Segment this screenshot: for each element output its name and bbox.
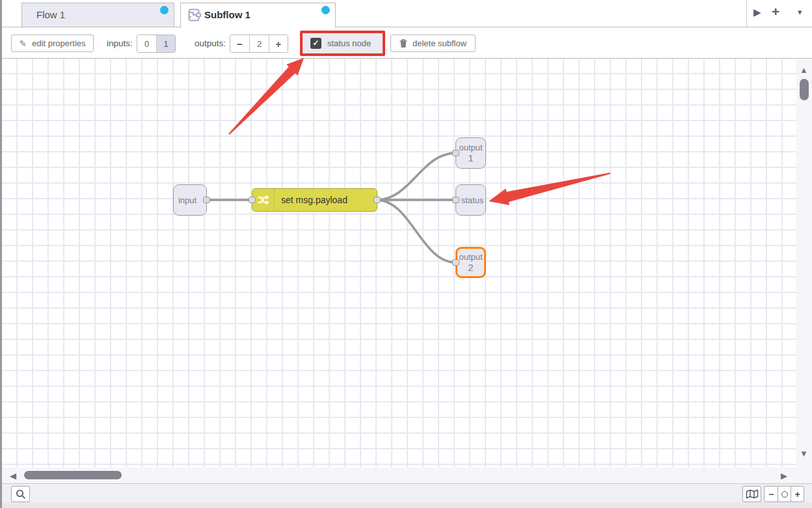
horizontal-scrollbar[interactable]: ◀ ▶ xyxy=(2,468,796,483)
outputs-value: 2 xyxy=(249,35,269,52)
scroll-right-icon[interactable]: ▶ xyxy=(781,472,787,480)
edit-properties-label: edit properties xyxy=(32,38,85,48)
subflow-output-1-node[interactable]: output 1 xyxy=(455,137,486,169)
change-node-input-port[interactable] xyxy=(249,197,256,203)
trash-icon xyxy=(399,39,407,48)
tab-subflow-1-modified-dot xyxy=(321,6,330,14)
add-flow-icon[interactable]: + xyxy=(772,4,779,20)
subflow-output-2-label: output xyxy=(459,252,482,262)
output-2-input-port[interactable] xyxy=(452,259,459,266)
wire-change-to-output2[interactable] xyxy=(377,200,455,262)
edit-properties-button[interactable]: ✎ edit properties xyxy=(11,35,94,52)
wires-layer xyxy=(2,59,796,468)
search-icon xyxy=(16,489,26,500)
tab-flow-1-modified-dot xyxy=(160,6,169,14)
checkbox-checked-icon: ✓ xyxy=(310,38,321,49)
inputs-toggle: 0 1 xyxy=(137,35,176,53)
tab-subflow-1[interactable]: Subflow 1 xyxy=(180,3,336,27)
tab-flow-1[interactable]: Flow 1 xyxy=(21,3,174,27)
node-red-editor: Flow 1 Subflow 1 ▶ + ▾ ✎ edit properties… xyxy=(0,0,812,508)
zoom-controls: − + xyxy=(764,486,804,502)
change-node-output-port[interactable] xyxy=(373,197,381,203)
next-tab-icon[interactable]: ▶ xyxy=(753,7,761,18)
input-node-output-port[interactable] xyxy=(203,197,210,203)
subflow-output-2-number: 2 xyxy=(468,262,473,273)
tab-flow-1-label: Flow 1 xyxy=(36,3,65,26)
output-1-input-port[interactable] xyxy=(452,150,459,156)
vertical-scrollbar[interactable]: ▲ ▼ xyxy=(796,59,812,483)
subflow-input-node[interactable]: input xyxy=(173,184,207,216)
search-button[interactable] xyxy=(11,486,30,502)
flow-list-chevron-icon[interactable]: ▾ xyxy=(798,7,802,17)
horizontal-scrollbar-thumb[interactable] xyxy=(24,471,122,479)
outputs-label: outputs: xyxy=(195,35,226,52)
change-node[interactable]: set msg.payload xyxy=(252,188,377,212)
flow-canvas[interactable]: input set msg.payload output 1 status xyxy=(2,59,796,468)
subflow-toolbar: ✎ edit properties inputs: 0 1 outputs: −… xyxy=(2,27,812,59)
status-node-toggle-button[interactable]: ✓ status node xyxy=(303,33,383,53)
subflow-icon xyxy=(188,8,202,23)
subflow-status-node[interactable]: status xyxy=(455,184,486,216)
outputs-increase-icon[interactable]: + xyxy=(269,35,288,52)
inputs-option-0[interactable]: 0 xyxy=(137,35,156,52)
outputs-decrease-icon[interactable]: − xyxy=(230,35,249,52)
tab-subflow-1-label: Subflow 1 xyxy=(204,3,250,26)
flow-tab-bar: Flow 1 Subflow 1 ▶ + ▾ xyxy=(2,0,812,27)
tab-bar-separator xyxy=(746,0,747,27)
annotation-highlight-box: ✓ status node xyxy=(300,31,385,56)
zoom-in-icon[interactable]: + xyxy=(791,487,804,501)
subflow-output-1-label: output xyxy=(459,143,482,152)
status-node-input-port[interactable] xyxy=(452,197,459,203)
navigator-button[interactable] xyxy=(742,486,761,502)
inputs-label: inputs: xyxy=(107,35,133,52)
workspace-left-border xyxy=(0,0,2,508)
change-node-label: set msg.payload xyxy=(275,195,347,205)
subflow-input-label: input xyxy=(178,195,202,205)
editor-footer: − + xyxy=(2,483,812,502)
outputs-stepper: − 2 + xyxy=(230,35,288,53)
pencil-icon: ✎ xyxy=(19,38,27,49)
inputs-option-1[interactable]: 1 xyxy=(156,35,175,52)
zoom-out-icon[interactable]: − xyxy=(765,487,778,501)
subflow-output-2-node[interactable]: output 2 xyxy=(455,247,486,278)
map-icon xyxy=(746,489,759,499)
delete-subflow-label: delete subflow xyxy=(413,38,467,48)
shuffle-icon xyxy=(252,189,275,211)
window-bottom-edge xyxy=(2,502,812,508)
scroll-up-icon[interactable]: ▲ xyxy=(800,66,808,74)
subflow-output-1-number: 1 xyxy=(468,152,473,163)
scroll-down-icon[interactable]: ▼ xyxy=(800,449,808,458)
vertical-scrollbar-thumb[interactable] xyxy=(800,79,809,100)
subflow-status-label: status xyxy=(458,195,484,205)
delete-subflow-button[interactable]: delete subflow xyxy=(390,35,476,52)
wire-change-to-output1[interactable] xyxy=(377,153,455,200)
scroll-left-icon[interactable]: ◀ xyxy=(10,472,16,480)
status-node-label: status node xyxy=(327,38,371,48)
zoom-reset-icon[interactable] xyxy=(778,487,791,501)
